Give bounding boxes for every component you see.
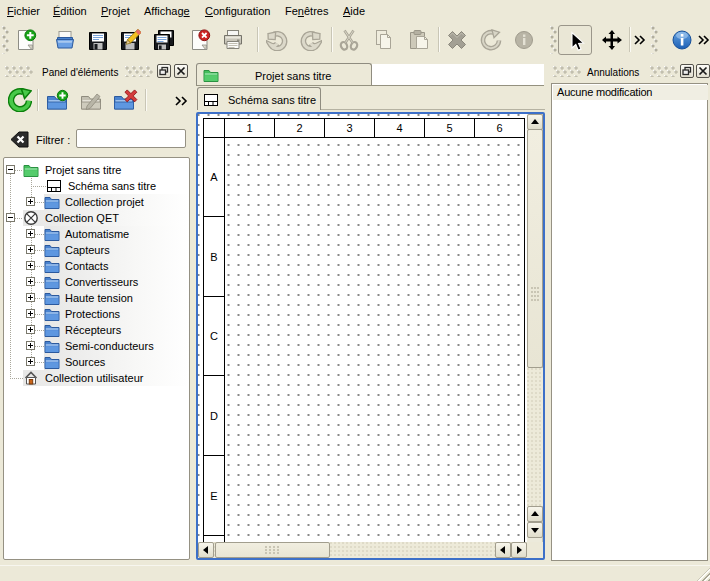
svg-text:1: 1 <box>246 122 252 134</box>
svg-text:3: 3 <box>346 122 352 134</box>
svg-text:E: E <box>210 490 217 502</box>
svg-text:2: 2 <box>296 122 302 134</box>
svg-text:B: B <box>210 251 217 263</box>
svg-text:6: 6 <box>496 122 502 134</box>
svg-text:C: C <box>210 330 218 342</box>
svg-text:4: 4 <box>396 122 402 134</box>
svg-text:5: 5 <box>446 122 452 134</box>
svg-text:A: A <box>210 171 218 183</box>
svg-text:D: D <box>210 410 218 422</box>
